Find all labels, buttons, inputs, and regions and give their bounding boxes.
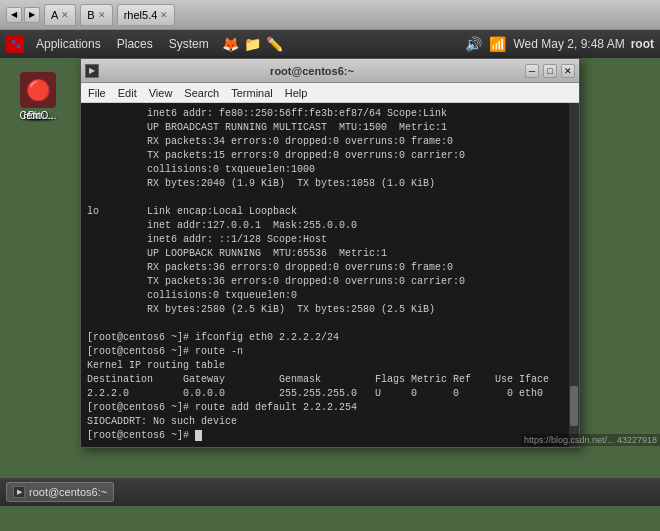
panel-right-area: 🔊 📶 Wed May 2, 9:48 AM root — [464, 34, 655, 54]
terminal-menu-help[interactable]: Help — [282, 86, 311, 100]
network-icon[interactable]: 📶 — [488, 34, 508, 54]
nav-controls: ◀ ▶ — [6, 7, 40, 23]
terminal-menu-search[interactable]: Search — [181, 86, 222, 100]
status-icons: 🔊 📶 — [464, 34, 508, 54]
terminal-output: inet6 addr: fe80::250:56ff:fe3b:ef87/64 … — [87, 107, 573, 443]
menu-applications[interactable]: Applications — [32, 35, 105, 53]
browser-taskbar: ◀ ▶ A ✕ B ✕ rhel5.4 ✕ — [0, 0, 660, 30]
tab-rhel-close[interactable]: ✕ — [160, 10, 168, 20]
terminal-menubar: File Edit View Search Terminal Help — [81, 83, 579, 103]
files-icon[interactable]: 📁 — [243, 34, 263, 54]
terminal-window: ▶ root@centos6:~ ─ □ ✕ File Edit View Se… — [80, 58, 580, 448]
terminal-menu-edit[interactable]: Edit — [115, 86, 140, 100]
terminal-scrollbar-thumb[interactable] — [570, 386, 578, 426]
tab-b-close[interactable]: ✕ — [98, 10, 106, 20]
desktop-icon-img-centos: 🔴 — [20, 72, 56, 108]
menu-places[interactable]: Places — [113, 35, 157, 53]
volume-icon[interactable]: 🔊 — [464, 34, 484, 54]
desktop-icon-label-centos: CentO... — [19, 110, 56, 121]
tab-b-label: B — [87, 9, 94, 21]
gnome-foot-icon: 🐾 — [6, 35, 24, 53]
tab-rhel-label: rhel5.4 — [124, 9, 158, 21]
terminal-body[interactable]: inet6 addr: fe80::250:56ff:fe3b:ef87/64 … — [81, 103, 579, 447]
tab-a-close[interactable]: ✕ — [61, 10, 69, 20]
bottom-task-icon: ▶ — [13, 486, 25, 498]
edit-icon[interactable]: ✏️ — [265, 34, 285, 54]
terminal-scrollbar[interactable] — [569, 103, 579, 447]
tab-b[interactable]: B ✕ — [80, 4, 112, 26]
terminal-close-btn[interactable]: ✕ — [561, 64, 575, 78]
panel-datetime: Wed May 2, 9:48 AM — [514, 37, 625, 51]
terminal-titlebar: ▶ root@centos6:~ ─ □ ✕ — [81, 59, 579, 83]
panel-user: root — [631, 37, 654, 51]
quick-launch-icons: 🦊 📁 ✏️ — [221, 34, 285, 54]
bottom-task-label: root@centos6:~ — [29, 486, 107, 498]
watermark: https://blog.csdn.net/... 43227918 — [521, 434, 660, 446]
terminal-title: root@centos6:~ — [103, 65, 521, 77]
fwd-btn[interactable]: ▶ — [24, 7, 40, 23]
desktop-icon-centos[interactable]: 🔴 CentO... — [15, 68, 60, 125]
gnome-top-panel: 🐾 Applications Places System 🦊 📁 ✏️ 🔊 📶 … — [0, 30, 660, 58]
terminal-menu-view[interactable]: View — [146, 86, 176, 100]
tab-a[interactable]: A ✕ — [44, 4, 76, 26]
terminal-menu-file[interactable]: File — [85, 86, 109, 100]
gnome-bottom-panel: ▶ root@centos6:~ — [0, 478, 660, 506]
terminal-maximize-btn[interactable]: □ — [543, 64, 557, 78]
back-btn[interactable]: ◀ — [6, 7, 22, 23]
terminal-app-icon: ▶ — [85, 64, 99, 78]
terminal-cursor — [195, 430, 202, 441]
terminal-minimize-btn[interactable]: ─ — [525, 64, 539, 78]
bottom-task-terminal[interactable]: ▶ root@centos6:~ — [6, 482, 114, 502]
desktop: 💻 Co... 📂 roo... 🖥 lo 🏠 Hom... 🔴 CentO..… — [0, 58, 660, 478]
firefox-icon[interactable]: 🦊 — [221, 34, 241, 54]
menu-system[interactable]: System — [165, 35, 213, 53]
terminal-menu-terminal[interactable]: Terminal — [228, 86, 276, 100]
tab-rhel[interactable]: rhel5.4 ✕ — [117, 4, 176, 26]
tab-a-label: A — [51, 9, 58, 21]
